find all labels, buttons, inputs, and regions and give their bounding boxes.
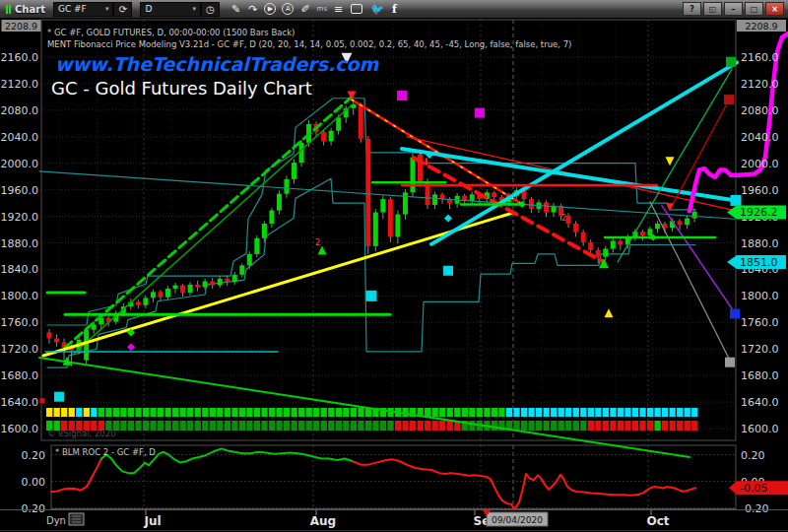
square-marker bbox=[54, 392, 64, 402]
chevron-down-icon: ▾ bbox=[192, 5, 196, 13]
interval-value: D bbox=[145, 4, 184, 14]
time-template-button[interactable]: ◷ bbox=[201, 2, 220, 17]
square-marker bbox=[731, 195, 742, 206]
price-tick-label: 1880.0 bbox=[1, 237, 39, 250]
price-tick-label: 1720.0 bbox=[1, 343, 39, 356]
indicator-value-tag-label: -0.05 bbox=[740, 482, 767, 495]
square-marker bbox=[730, 309, 740, 319]
price-tick-label: 1840.0 bbox=[1, 263, 39, 276]
envelope-lower-band bbox=[47, 178, 695, 367]
chart-window-icon bbox=[6, 5, 11, 14]
window-buttons: ?◱–□× bbox=[683, 2, 784, 16]
indicator-tick-label: 0.00 bbox=[22, 476, 46, 489]
triangle-up-marker bbox=[605, 308, 614, 317]
price-tick-label: 1720.0 bbox=[741, 343, 779, 356]
watchlist-icon[interactable]: ≡ bbox=[334, 4, 343, 15]
price-tick-label: 2120.0 bbox=[1, 78, 39, 91]
price-tick-label: 1680.0 bbox=[741, 369, 779, 382]
price-tick-label: 2080.0 bbox=[741, 104, 779, 117]
wave-label: 2 bbox=[315, 238, 320, 247]
minimize-button[interactable]: – bbox=[724, 2, 743, 16]
price-tick-label: 2040.0 bbox=[1, 131, 39, 144]
square-marker bbox=[475, 108, 485, 118]
symbol-description-line: * GC #F, GOLD FUTURES, D, 00:00-00:00 (1… bbox=[47, 28, 295, 37]
price-tick-label: 1760.0 bbox=[1, 316, 39, 329]
dyn-settings-icon[interactable] bbox=[69, 513, 84, 525]
month-label: Jul bbox=[143, 514, 161, 528]
wave-label: 2 bbox=[561, 214, 566, 223]
close-button[interactable]: × bbox=[765, 2, 784, 16]
diamond-marker bbox=[127, 343, 135, 351]
price-tick-label: 2120.0 bbox=[741, 78, 779, 91]
symbol-dropdown[interactable]: GC #F ▾ bbox=[53, 2, 114, 17]
price-tick-label: 1640.0 bbox=[741, 396, 779, 409]
clock-icon: ◷ bbox=[206, 4, 215, 15]
window-titlebar: Chart GC #F ▾ ⟳ D ▾ ◷ ✎↷▶A✐ms≡🐦f ?◱–□× bbox=[0, 0, 788, 18]
indicator-tick-label: 0.20 bbox=[741, 449, 765, 462]
diamond-marker bbox=[444, 215, 452, 223]
indicator-tick-label: -0.20 bbox=[18, 502, 45, 515]
indicator-label: * BLM ROC 2 - GC #F, D bbox=[55, 447, 156, 457]
square-marker bbox=[40, 398, 45, 403]
gray-square-marker bbox=[725, 358, 735, 367]
price-tick-label: 2000.0 bbox=[741, 158, 779, 170]
trendline bbox=[431, 62, 737, 243]
dyn-label: Dyn bbox=[46, 515, 66, 526]
redo-arrow-icon[interactable]: ↷ bbox=[248, 4, 257, 15]
refresh-data-button[interactable]: ⟳ bbox=[113, 2, 132, 17]
square-marker bbox=[366, 291, 377, 301]
trendline bbox=[43, 213, 512, 356]
pencil-icon[interactable]: ✎ bbox=[231, 4, 240, 15]
twitter-icon[interactable]: 🐦 bbox=[370, 4, 384, 15]
price-tick-label: 1800.0 bbox=[1, 290, 39, 302]
price-tick-label: 1600.0 bbox=[741, 423, 779, 435]
square-marker bbox=[726, 57, 736, 67]
price-tick-label: 2080.0 bbox=[1, 104, 39, 117]
auto-replay-icon[interactable]: A bbox=[282, 3, 294, 15]
maximize-button[interactable]: □ bbox=[745, 2, 763, 16]
facebook-icon[interactable]: f bbox=[392, 3, 397, 16]
refresh-icon: ⟳ bbox=[119, 4, 127, 15]
trendline bbox=[670, 99, 730, 210]
roc-series bbox=[51, 459, 101, 493]
price-tick-label: 1640.0 bbox=[1, 396, 39, 409]
watermark-link[interactable]: www.TheTechnicalTraders.com bbox=[55, 53, 378, 75]
trendline bbox=[39, 358, 690, 457]
square-marker bbox=[443, 266, 453, 276]
indicator-tick-label: 0.20 bbox=[22, 449, 46, 462]
price-tick-label: 2000.0 bbox=[1, 158, 39, 170]
svg-text:2208.9: 2208.9 bbox=[5, 21, 37, 32]
chat-bubble-icon[interactable] bbox=[351, 4, 362, 14]
price-tick-label: 1680.0 bbox=[1, 369, 39, 382]
price-tick-label: 1760.0 bbox=[741, 316, 779, 329]
study-description-line: MENT Fibonacci Price Modeling V3.21d - G… bbox=[47, 39, 571, 49]
price-tick-label: 2160.0 bbox=[1, 51, 39, 64]
drawing-toolbar: ✎↷▶A✐ms≡🐦f bbox=[228, 3, 401, 16]
symbol-value: GC #F bbox=[58, 4, 98, 14]
price-tick-label: 1960.0 bbox=[1, 184, 39, 197]
svg-text:2208.9: 2208.9 bbox=[745, 21, 777, 32]
price-tick-label: 1800.0 bbox=[741, 290, 779, 302]
square-marker bbox=[724, 95, 734, 104]
last-price-tag-label: 1851.0 bbox=[740, 256, 778, 269]
interval-dropdown[interactable]: D ▾ bbox=[140, 2, 201, 17]
price-tick-label: 1880.0 bbox=[741, 237, 779, 250]
page-title: GC - Gold Futures Daily Chart bbox=[51, 78, 312, 99]
trendline bbox=[650, 202, 731, 363]
eraser-icon[interactable]: ✐ bbox=[300, 4, 309, 15]
selected-date-label: 09/04/2020 bbox=[492, 515, 543, 525]
square-marker bbox=[397, 91, 407, 100]
roc-series bbox=[353, 459, 695, 509]
price-tick-label: 1600.0 bbox=[1, 423, 39, 435]
trendline bbox=[39, 171, 735, 219]
last-price-tag-label: 1926.2 bbox=[740, 206, 778, 219]
indicator-tick-label: -0.20 bbox=[741, 502, 768, 515]
trendline bbox=[414, 158, 604, 262]
help-button[interactable]: ? bbox=[683, 2, 701, 16]
copyright-label: © eSignal, 2020 bbox=[47, 429, 116, 438]
trendline bbox=[73, 104, 352, 354]
play-icon[interactable]: ▶ bbox=[264, 3, 276, 15]
ms-label[interactable]: ms bbox=[317, 5, 327, 13]
chevron-down-icon: ▾ bbox=[105, 5, 109, 13]
restore-button[interactable]: ◱ bbox=[703, 2, 722, 16]
